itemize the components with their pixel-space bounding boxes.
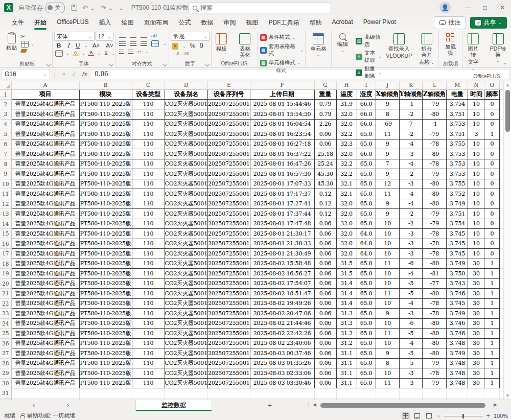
cell-I29[interactable]: 65.0	[357, 368, 376, 379]
menu-tab-PDF工具箱[interactable]: PDF工具箱	[264, 16, 304, 29]
cell-G30[interactable]: 0.06	[314, 378, 336, 388]
zoom-in-icon[interactable]: +	[486, 412, 490, 419]
number-dialog-launcher[interactable]	[205, 62, 210, 66]
menu-tab-视图[interactable]: 视图	[241, 16, 263, 29]
cell-M9[interactable]: 3.753	[447, 169, 468, 179]
cell-I20[interactable]: 65.0	[357, 278, 376, 289]
cell-O9[interactable]: 0	[484, 169, 500, 179]
cell-D18[interactable]: CO2灭火器5001	[165, 259, 207, 269]
row-header-11[interactable]: 11	[0, 189, 11, 199]
row-header-12[interactable]: 12	[0, 199, 11, 209]
cell-K12[interactable]: -4	[399, 199, 423, 209]
cell-I30[interactable]: 65.0	[357, 378, 376, 388]
cell-J16[interactable]: 10	[376, 239, 399, 249]
cell-C5[interactable]: 110	[132, 129, 165, 139]
cell-A31[interactable]	[11, 388, 79, 399]
cell-O17[interactable]: 0	[484, 249, 500, 259]
menu-tab-公式[interactable]: 公式	[174, 16, 195, 29]
cell-F25[interactable]: 2025-08-02 22:42:26	[250, 329, 314, 339]
cell-H21[interactable]: 31.4	[336, 289, 357, 299]
scroll-left-icon[interactable]: ◀	[313, 402, 316, 407]
cell-H23[interactable]: 31.3	[336, 309, 357, 319]
cell-I9[interactable]: 65.0	[357, 169, 376, 179]
cell-B25[interactable]: PT500-110-2025版	[79, 329, 132, 339]
cell-D4[interactable]: CO2灭火器5001	[165, 119, 207, 129]
cell-L2[interactable]: -79	[423, 99, 447, 109]
cell-N15[interactable]: 10	[468, 229, 484, 239]
cell-C4[interactable]: 110	[132, 119, 165, 129]
cell-A6[interactable]: 普量2025款4G通讯产品	[11, 139, 79, 149]
cell-O10[interactable]: 0	[484, 179, 500, 189]
cell-K8[interactable]: -4	[399, 159, 423, 169]
cell-E19[interactable]: 202507255001	[207, 269, 250, 279]
cell-F5[interactable]: 2025-08-01 16:23:54	[250, 129, 314, 139]
column-header-D[interactable]: D	[165, 81, 207, 89]
cell-E23[interactable]: 202507255001	[207, 309, 250, 319]
row-header-3[interactable]: 3	[0, 109, 11, 120]
zoom-slider-thumb[interactable]	[462, 414, 464, 418]
cell-K24[interactable]: -6	[399, 318, 423, 329]
cell-O22[interactable]: 1	[484, 298, 500, 309]
cell-N23[interactable]: 30	[468, 309, 484, 319]
cell-I5[interactable]: 65.0	[357, 129, 376, 139]
cell-N3[interactable]: 10	[468, 109, 484, 120]
cell-M17[interactable]: 3.745	[447, 249, 468, 259]
cell-A10[interactable]: 普量2025款4G通讯产品	[11, 179, 79, 189]
cell-C20[interactable]: 110	[132, 278, 165, 289]
cell-N2[interactable]: 10	[468, 99, 484, 109]
cell-H13[interactable]: 32.0	[336, 209, 357, 219]
cell-N22[interactable]: 30	[468, 298, 484, 309]
cell-J21[interactable]: 11	[376, 289, 399, 299]
cell-E6[interactable]: 202507255001	[207, 139, 250, 149]
cell-E31[interactable]	[207, 388, 250, 399]
borders-icon[interactable]	[55, 50, 63, 57]
cell-I31[interactable]	[357, 388, 376, 399]
cell-C30[interactable]: 110	[132, 378, 165, 388]
cell-A22[interactable]: 普量2025款4G通讯产品	[11, 298, 79, 309]
cell-E26[interactable]: 202507255001	[207, 338, 250, 348]
cell-D15[interactable]: CO2灭火器5001	[165, 229, 207, 239]
cell-O8[interactable]: 0	[484, 159, 500, 169]
cell-E8[interactable]: 202507255001	[207, 159, 250, 169]
cell-J18[interactable]: 11	[376, 259, 399, 269]
cell-O4[interactable]: 0	[484, 119, 500, 129]
cell-G17[interactable]: 0.06	[314, 249, 336, 259]
cell-L1[interactable]: Z轴倾角	[423, 89, 447, 99]
cell-E9[interactable]: 202507255001	[207, 169, 250, 179]
cell-J6[interactable]: 9	[376, 139, 399, 149]
cell-E28[interactable]: 202507255001	[207, 358, 250, 368]
cell-G8[interactable]: 25.24	[314, 159, 336, 169]
cell-J15[interactable]: 10	[376, 229, 399, 239]
cell-I28[interactable]: 65.0	[357, 358, 376, 368]
zoom-out-icon[interactable]: −	[437, 412, 440, 419]
cell-M30[interactable]: 3.748	[447, 378, 468, 388]
row-header-2[interactable]: 2	[0, 99, 11, 109]
cell-A27[interactable]: 普量2025款4G通讯产品	[11, 348, 79, 359]
cell-M29[interactable]: 3.748	[447, 368, 468, 379]
currency-icon[interactable]: ¥	[172, 43, 178, 50]
cell-J26[interactable]: 10	[376, 338, 399, 348]
cell-D6[interactable]: CO2灭火器5001	[165, 139, 207, 149]
cell-E11[interactable]: 202507255001	[207, 189, 250, 199]
cell-F1[interactable]: 上传日期	[250, 89, 314, 99]
row-header-1[interactable]: 1	[0, 89, 11, 99]
align-top-icon[interactable]	[119, 34, 126, 38]
cell-B7[interactable]: PT500-110-2025版	[79, 149, 132, 159]
cell-J13[interactable]: 9	[376, 209, 399, 219]
cell-A18[interactable]: 普量2025款4G通讯产品	[11, 259, 79, 269]
cell-N24[interactable]: 30	[468, 318, 484, 329]
cell-I22[interactable]: 65.0	[357, 298, 376, 309]
cell-B14[interactable]: PT500-110-2025版	[79, 219, 132, 229]
cell-B16[interactable]: PT500-110-2025版	[79, 239, 132, 249]
percent-icon[interactable]: %	[190, 42, 196, 50]
cell-M11[interactable]: 3.752	[447, 189, 468, 199]
addins-button[interactable]: 加载项	[440, 32, 460, 57]
wrap-text-icon[interactable]: ↩̲	[137, 49, 142, 54]
merge-center-icon[interactable]	[151, 40, 159, 47]
row-header-22[interactable]: 22	[0, 298, 11, 309]
cell-K3[interactable]: -2	[399, 109, 423, 120]
cell-H27[interactable]: 31.1	[336, 348, 357, 359]
cell-M6[interactable]: 3.755	[447, 139, 468, 149]
orientation-icon[interactable]: ab̸	[151, 33, 156, 38]
cell-C9[interactable]: 110	[132, 169, 165, 179]
